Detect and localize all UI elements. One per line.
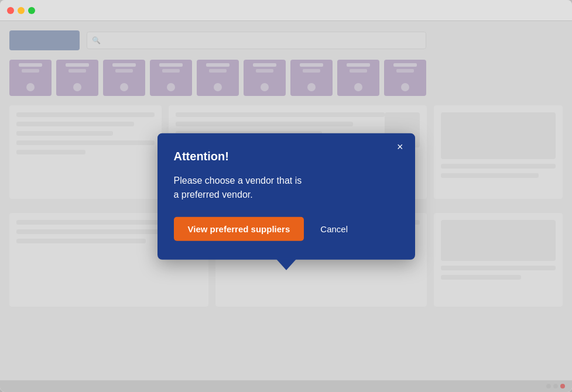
modal-body-line2: a preferred vendor. — [174, 190, 253, 200]
browser-window: 🔍 — [0, 0, 572, 392]
close-traffic-light[interactable] — [7, 7, 14, 14]
modal-close-button[interactable]: × — [393, 140, 407, 153]
modal-body: Please choose a vendor that is a preferr… — [174, 174, 399, 202]
maximize-traffic-light[interactable] — [28, 7, 35, 14]
attention-modal: × Attention! Please choose a vendor that… — [157, 133, 415, 260]
modal-title: Attention! — [174, 150, 399, 163]
browser-content: 🔍 — [0, 21, 572, 392]
minimize-traffic-light[interactable] — [18, 7, 25, 14]
cancel-button[interactable]: Cancel — [316, 222, 352, 236]
view-preferred-suppliers-button[interactable]: View preferred suppliers — [174, 217, 304, 241]
modal-actions: View preferred suppliers Cancel — [174, 217, 399, 241]
browser-titlebar — [0, 0, 572, 21]
modal-body-line1: Please choose a vendor that is — [174, 176, 302, 185]
